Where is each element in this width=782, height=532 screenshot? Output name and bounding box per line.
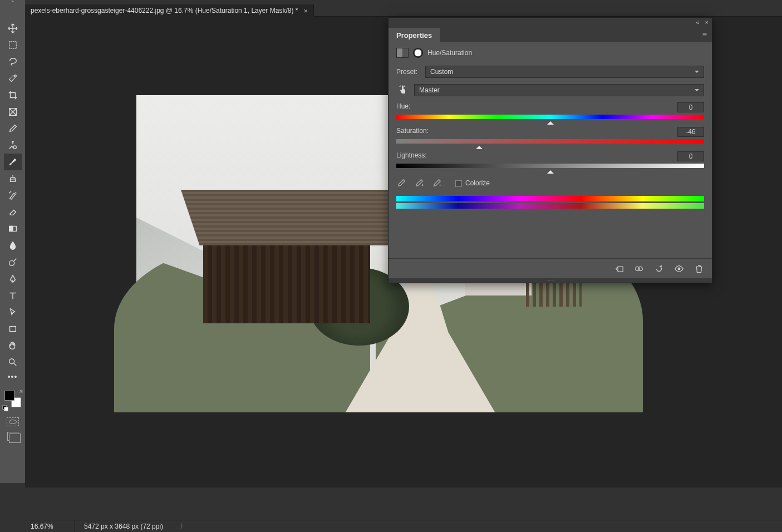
svg-rect-5 xyxy=(9,226,12,231)
hue-value[interactable]: 0 xyxy=(677,102,704,112)
colorize-checkbox[interactable]: Colorize xyxy=(455,179,490,187)
clip-to-layer-icon[interactable] xyxy=(614,264,624,274)
ruler-tool[interactable] xyxy=(4,137,22,154)
type-tool[interactable] xyxy=(4,287,22,304)
svg-point-11 xyxy=(638,267,642,270)
color-range-bars[interactable] xyxy=(396,196,704,209)
panel-tabs: Properties ≡ xyxy=(388,27,712,42)
properties-tab[interactable]: Properties xyxy=(388,28,440,42)
eraser-tool[interactable] xyxy=(4,204,22,220)
hue-slider[interactable] xyxy=(396,115,704,119)
eyedropper-add-icon[interactable] xyxy=(414,178,424,188)
targeted-adjust-icon[interactable] xyxy=(396,83,410,97)
history-brush-tool[interactable] xyxy=(4,187,22,204)
eyedropper-tool[interactable] xyxy=(4,120,22,137)
preset-label: Preset: xyxy=(396,68,421,76)
brush-tool[interactable] xyxy=(4,154,22,170)
delete-icon[interactable] xyxy=(694,264,704,274)
lasso-tool[interactable] xyxy=(4,53,22,70)
channel-dropdown[interactable]: Master xyxy=(414,84,704,96)
eyedropper-set-icon[interactable] xyxy=(396,178,406,188)
eyedropper-subtract-icon[interactable] xyxy=(432,178,442,188)
expand-panels-icon[interactable]: » xyxy=(0,0,25,4)
quick-mask-icon[interactable] xyxy=(7,417,19,426)
svg-rect-0 xyxy=(9,42,16,49)
clone-stamp-tool[interactable] xyxy=(4,170,22,187)
lightness-value[interactable]: 0 xyxy=(677,151,704,161)
frame-tool[interactable] xyxy=(4,104,22,120)
collapse-panel-icon[interactable]: « xyxy=(696,19,699,26)
status-bar: 16.67% 5472 px x 3648 px (72 ppi) 〉 xyxy=(25,520,782,532)
svg-point-3 xyxy=(13,146,16,149)
gradient-tool[interactable] xyxy=(4,220,22,237)
close-panel-icon[interactable]: × xyxy=(705,19,709,26)
document-tab-bar: pexels-eberhard-grossgasteiger-4406222.j… xyxy=(25,4,782,17)
svg-point-6 xyxy=(9,260,14,265)
adjustment-title: Hue/Saturation xyxy=(427,49,472,57)
move-tool[interactable] xyxy=(4,20,22,37)
lightness-label: Lightness: xyxy=(396,151,427,161)
marquee-tool[interactable] xyxy=(4,37,22,53)
document-tab[interactable]: pexels-eberhard-grossgasteiger-4406222.j… xyxy=(25,4,314,17)
svg-point-12 xyxy=(678,268,680,270)
color-swatches[interactable]: ⤭ xyxy=(4,391,21,407)
saturation-label: Saturation: xyxy=(396,127,429,137)
pen-tool[interactable] xyxy=(4,270,22,287)
rectangle-tool[interactable] xyxy=(4,321,22,337)
layer-mask-icon[interactable] xyxy=(413,48,423,58)
crop-tool[interactable] xyxy=(4,87,22,104)
foreground-swatch[interactable] xyxy=(4,391,14,401)
saturation-slider[interactable] xyxy=(396,139,704,144)
hue-label: Hue: xyxy=(396,102,410,112)
svg-rect-7 xyxy=(9,327,16,332)
document-info[interactable]: 5472 px x 3648 px (72 ppi) 〉 xyxy=(75,521,186,531)
lightness-slider[interactable] xyxy=(396,164,704,168)
preset-dropdown[interactable]: Custom xyxy=(425,66,704,78)
swap-colors-icon[interactable]: ⤭ xyxy=(19,388,23,394)
saturation-slider-thumb[interactable] xyxy=(476,142,483,149)
hand-tool[interactable] xyxy=(4,337,22,354)
quick-select-tool[interactable] xyxy=(4,70,22,87)
properties-panel: « × Properties ≡ Hue/Saturation Preset: … xyxy=(388,17,712,283)
toggle-visibility-icon[interactable] xyxy=(674,264,684,274)
panel-menu-icon[interactable]: ≡ xyxy=(702,30,707,39)
panel-footer xyxy=(388,258,712,278)
blur-tool[interactable] xyxy=(4,237,22,254)
svg-point-1 xyxy=(14,75,16,77)
svg-point-8 xyxy=(9,359,14,364)
adjustment-type-icon[interactable] xyxy=(396,48,409,58)
tools-panel: ••• ⤭ xyxy=(0,4,25,483)
path-select-tool[interactable] xyxy=(4,304,22,321)
default-colors-icon[interactable] xyxy=(2,405,7,410)
panel-resize-grip[interactable]: ······ xyxy=(388,278,712,283)
view-previous-icon[interactable] xyxy=(634,264,644,274)
close-tab-icon[interactable]: × xyxy=(303,7,308,15)
document-tab-title: pexels-eberhard-grossgasteiger-4406222.j… xyxy=(31,7,298,14)
lightness-slider-thumb[interactable] xyxy=(547,167,554,174)
svg-rect-9 xyxy=(618,267,623,272)
info-menu-chevron-icon[interactable]: 〉 xyxy=(180,521,186,531)
edit-toolbar-icon[interactable]: ••• xyxy=(8,371,18,385)
zoom-tool[interactable] xyxy=(4,354,22,371)
panel-header-bar[interactable]: « × xyxy=(388,18,712,27)
saturation-value[interactable]: -46 xyxy=(677,127,704,137)
hue-slider-thumb[interactable] xyxy=(547,118,554,125)
reset-icon[interactable] xyxy=(654,264,664,274)
zoom-level[interactable]: 16.67% xyxy=(25,520,75,532)
screen-mode-icon[interactable] xyxy=(7,432,18,441)
dodge-tool[interactable] xyxy=(4,254,22,270)
